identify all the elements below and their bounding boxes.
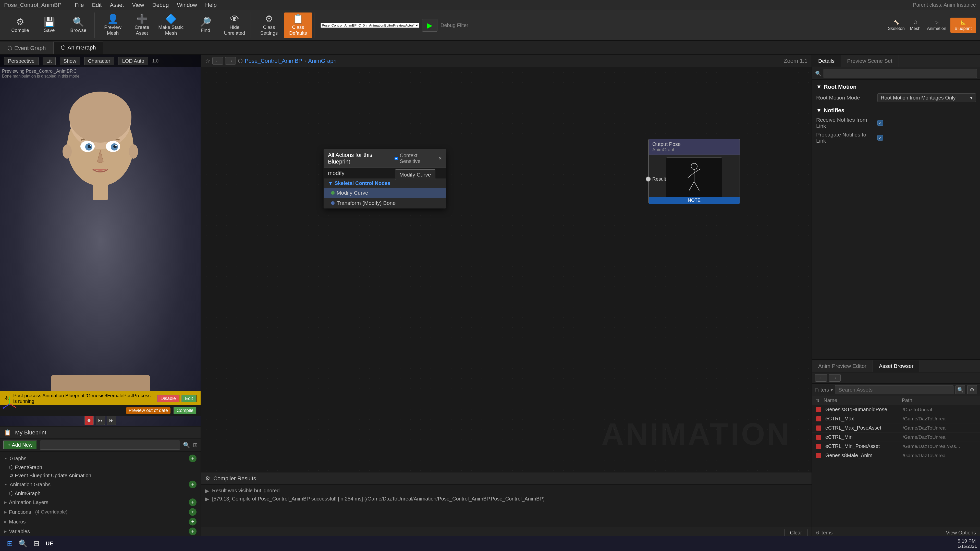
record-button[interactable]: ⏺ xyxy=(84,416,94,425)
create-asset-button[interactable]: ➕ Create Asset xyxy=(128,13,156,38)
compile-badge-button[interactable]: Compile xyxy=(173,407,197,414)
asset-settings-button[interactable]: ⚙ xyxy=(967,385,977,394)
asset-filters-dropdown[interactable]: Filters ▾ xyxy=(815,387,833,393)
save-button[interactable]: 💾 Save xyxy=(35,13,63,38)
graphs-arrow: ▼ xyxy=(4,456,8,460)
show-button[interactable]: Show xyxy=(60,57,80,65)
event-graph-item[interactable]: ⬡ EventGraph xyxy=(0,463,200,472)
toolbar-group-compile: ⚙ Compile 💾 Save 🔍 Browse xyxy=(4,13,95,38)
blueprint-search-input[interactable] xyxy=(40,441,180,450)
asset-search-input[interactable] xyxy=(835,385,953,394)
lit-button[interactable]: Lit xyxy=(43,57,56,65)
graphs-add-button[interactable]: + xyxy=(189,454,197,462)
col-name-header[interactable]: Name xyxy=(824,397,898,403)
details-tab[interactable]: Details xyxy=(812,56,841,67)
context-sensitive-checkbox[interactable] xyxy=(395,157,398,160)
table-row[interactable]: eCTRL_Min /Game/DazToUnreal xyxy=(812,433,980,442)
menu-asset[interactable]: Asset xyxy=(110,2,124,8)
table-row[interactable]: Genesis8Male_Anim /Game/DazToUnreal xyxy=(812,451,980,460)
receive-notifies-checkbox[interactable]: ✓ xyxy=(877,120,883,126)
menu-edit[interactable]: Edit xyxy=(92,2,102,8)
create-asset-label: Create Asset xyxy=(129,24,155,36)
asset-nav-forward[interactable]: → xyxy=(829,374,841,382)
graph-canvas[interactable]: ANIMATION All Actions for this Blueprint… xyxy=(201,67,811,472)
browse-button[interactable]: 🔍 Browse xyxy=(64,13,92,38)
prev-frame-button[interactable]: ⏮ xyxy=(96,416,105,425)
root-motion-arrow: ▼ xyxy=(816,84,822,90)
ctx-item-transform-bone[interactable]: Transform (Modify) Bone xyxy=(324,198,446,208)
tab-event-graph[interactable]: ⬡ Event Graph xyxy=(0,42,53,54)
debug-filter-select[interactable]: Pose_Control_AnimBP_C_0 in AnimationEdit… xyxy=(321,23,419,28)
tab-anim-graph[interactable]: ⬡ AnimGraph xyxy=(53,41,103,54)
preview-mesh-label: Preview Mesh xyxy=(100,24,126,36)
menu-file[interactable]: File xyxy=(75,2,84,8)
functions-add-button[interactable]: + xyxy=(189,508,197,516)
menu-view[interactable]: View xyxy=(132,2,144,8)
search-button[interactable]: 🔍 xyxy=(16,537,30,550)
anim-graphs-add-button[interactable]: + xyxy=(189,481,197,488)
find-button[interactable]: 🔎 Find xyxy=(191,13,220,38)
nav-back-button[interactable]: ← xyxy=(212,57,223,65)
anim-layers-add-button[interactable]: + xyxy=(189,499,197,506)
propagate-notifies-checkbox[interactable]: ✓ xyxy=(877,135,883,141)
start-button[interactable]: ⊞ xyxy=(3,537,16,550)
table-row[interactable]: Genesis8ToHumanoidPose /DazToUnreal xyxy=(812,405,980,414)
node-title: Output Pose xyxy=(652,141,736,147)
character-button[interactable]: Character xyxy=(84,57,115,65)
asset-name-2: eCTRL_Max_PoseAsset xyxy=(825,425,899,431)
ctx-item-modify-curve[interactable]: Modify Curve xyxy=(324,188,446,198)
mesh-button[interactable]: ⬡ Mesh xyxy=(907,17,923,33)
add-new-button[interactable]: + Add New xyxy=(3,441,37,449)
variables-section[interactable]: ▶ Variables + xyxy=(0,527,200,536)
taskbar-ue-icon[interactable]: UE xyxy=(43,537,56,550)
event-blueprint-label: Event Blueprint Update Animation xyxy=(15,473,91,478)
compile-button[interactable]: ⚙ Compile xyxy=(6,13,34,38)
menu-help[interactable]: Help xyxy=(205,2,217,8)
graphs-section[interactable]: ▼ Graphs + xyxy=(0,454,200,463)
event-blueprint-item[interactable]: ↺ Event Blueprint Update Animation xyxy=(0,472,200,480)
asset-search-button[interactable]: 🔍 xyxy=(956,385,965,394)
next-frame-button[interactable]: ⏭ xyxy=(107,416,116,425)
skeleton-button[interactable]: 🦴 Skeleton xyxy=(886,17,907,33)
class-defaults-button[interactable]: 📋 Class Defaults xyxy=(284,13,312,38)
macros-add-button[interactable]: + xyxy=(189,518,197,526)
table-row[interactable]: eCTRL_Max /Game/DazToUnreal xyxy=(812,414,980,424)
notifies-arrow: ▼ xyxy=(816,107,822,114)
anim-graph-item[interactable]: ⬡ AnimGraph xyxy=(0,489,200,497)
context-menu-close[interactable]: × xyxy=(438,155,442,162)
anim-graphs-section[interactable]: ▼ Animation Graphs + xyxy=(0,480,200,489)
view-options-button[interactable]: View Options xyxy=(946,530,976,536)
asset-browser-tab[interactable]: Asset Browser xyxy=(873,360,920,372)
anim-preview-editor-tab[interactable]: Anim Preview Editor xyxy=(812,360,873,372)
class-settings-button[interactable]: ⚙ Class Settings xyxy=(255,13,283,38)
table-row[interactable]: eCTRL_Min_PoseAsset /Game/DazToUnreal/As… xyxy=(812,442,980,451)
nav-forward-button[interactable]: → xyxy=(225,57,236,65)
play-button[interactable]: ▶ xyxy=(422,19,438,32)
disable-button[interactable]: Disable xyxy=(157,395,180,402)
variables-add-button[interactable]: + xyxy=(189,527,197,535)
menu-window[interactable]: Window xyxy=(177,2,197,8)
event-graph-item-label: EventGraph xyxy=(15,465,42,470)
hide-unrelated-button[interactable]: 👁 Hide Unrelated xyxy=(221,13,248,38)
macros-section[interactable]: ▶ Macros + xyxy=(0,517,200,527)
col-path-header[interactable]: Path xyxy=(902,397,976,403)
taskview-button[interactable]: ⊟ xyxy=(30,537,43,550)
root-motion-mode-value[interactable]: Root Motion from Montages Only ▾ xyxy=(877,94,976,102)
blueprint-button[interactable]: 📐 Blueprint xyxy=(950,17,976,33)
asset-nav-back[interactable]: ← xyxy=(815,374,827,382)
preview-scene-set-tab[interactable]: Preview Scene Set xyxy=(841,56,899,67)
make-static-mesh-button[interactable]: 🔷 Make Static Mesh xyxy=(157,13,185,38)
lod-button[interactable]: LOD Auto xyxy=(118,57,148,65)
asset-name-3: eCTRL_Min xyxy=(825,434,899,440)
menu-debug[interactable]: Debug xyxy=(152,2,169,8)
animation-layers-section[interactable]: ▶ Animation Layers + xyxy=(0,497,200,507)
breadcrumb-root[interactable]: Pose_Control_AnimBP xyxy=(245,58,302,64)
animation-button[interactable]: ▷ Animation xyxy=(924,17,950,33)
table-row[interactable]: eCTRL_Max_PoseAsset /Game/DazToUnreal xyxy=(812,424,980,433)
preview-mesh-button[interactable]: 👤 Preview Mesh xyxy=(99,13,127,38)
details-search-input[interactable] xyxy=(824,69,977,78)
perspective-button[interactable]: Perspective xyxy=(4,57,38,65)
functions-section[interactable]: ▶ Functions (4 Overridable) + xyxy=(0,507,200,517)
breadcrumb-current[interactable]: AnimGraph xyxy=(308,58,336,64)
edit-button[interactable]: Edit xyxy=(181,395,197,402)
